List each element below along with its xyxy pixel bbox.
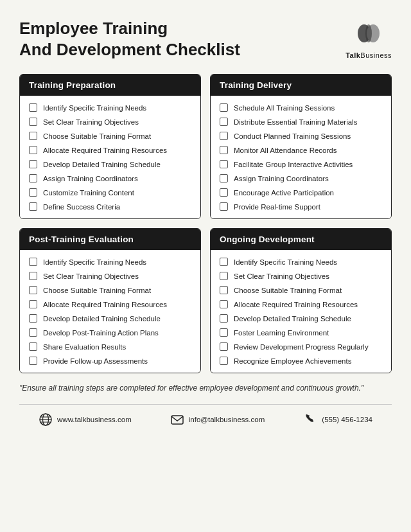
checkbox[interactable]	[220, 272, 228, 280]
checkbox[interactable]	[29, 188, 37, 197]
checkbox[interactable]	[220, 342, 228, 351]
list-item: Allocate Required Training Resources	[29, 146, 191, 154]
checklist-label: Recognize Employee Achievements	[234, 357, 351, 365]
checkbox[interactable]	[220, 118, 228, 126]
section-header-ongoing-development: Ongoing Development	[211, 229, 391, 250]
svg-rect-8	[171, 416, 183, 424]
list-item: Develop Detailed Training Schedule	[220, 314, 382, 323]
footer-email: info@talkbusiness.com	[170, 412, 265, 427]
checklist-label: Allocate Required Training Resources	[234, 301, 358, 308]
list-item: Schedule All Training Sessions	[220, 103, 382, 112]
section-post-training-evaluation: Post-Training EvaluationIdentify Specifi…	[19, 228, 201, 373]
section-ongoing-development: Ongoing DevelopmentIdentify Specific Tra…	[210, 228, 392, 373]
section-header-post-training-evaluation: Post-Training Evaluation	[20, 229, 200, 250]
list-item: Define Success Criteria	[29, 202, 191, 211]
page-header: Employee Training And Development Checkl…	[19, 18, 392, 60]
checklist-label: Develop Detailed Training Schedule	[43, 315, 161, 323]
checklist-label: Facilitate Group Interactive Activities	[234, 161, 353, 168]
list-item: Foster Learning Environment	[220, 328, 382, 337]
list-item: Allocate Required Training Resources	[220, 300, 382, 308]
checklist-grid: Training PreparationIdentify Specific Tr…	[19, 74, 392, 373]
checkbox[interactable]	[220, 328, 228, 337]
checklist-label: Share Evaluation Results	[43, 343, 126, 351]
list-item: Develop Post-Training Action Plans	[29, 328, 191, 337]
checklist-label: Provide Real-time Support	[234, 203, 320, 211]
checklist-label: Allocate Required Training Resources	[43, 301, 167, 308]
checklist-label: Monitor All Attendance Records	[234, 146, 337, 154]
list-item: Customize Training Content	[29, 188, 191, 197]
checkbox[interactable]	[220, 132, 228, 140]
list-item: Review Development Progress Regularly	[220, 342, 382, 351]
checklist-label: Distribute Essential Training Materials	[234, 118, 357, 126]
checkbox[interactable]	[29, 328, 37, 337]
checklist-label: Set Clear Training Objectives	[234, 272, 329, 280]
checklist-label: Choose Suitable Training Format	[234, 287, 342, 294]
list-item: Conduct Planned Training Sessions	[220, 132, 382, 140]
footer-phone: (555) 456-1234	[303, 412, 372, 427]
checkbox[interactable]	[29, 300, 37, 308]
checklist-label: Identify Specific Training Needs	[43, 258, 146, 266]
checkbox[interactable]	[29, 174, 37, 182]
checkbox[interactable]	[220, 300, 228, 308]
list-item: Identify Specific Training Needs	[29, 258, 191, 266]
email-icon	[170, 412, 184, 427]
checkbox[interactable]	[29, 118, 37, 126]
section-body-training-delivery: Schedule All Training SessionsDistribute…	[211, 96, 391, 218]
section-body-post-training-evaluation: Identify Specific Training NeedsSet Clea…	[20, 250, 200, 373]
section-training-preparation: Training PreparationIdentify Specific Tr…	[19, 74, 201, 219]
checklist-label: Assign Training Coordinators	[43, 175, 138, 182]
logo: TalkBusiness	[345, 18, 392, 59]
checkbox[interactable]	[220, 188, 228, 197]
list-item: Identify Specific Training Needs	[220, 258, 382, 266]
globe-icon	[39, 412, 53, 427]
checklist-label: Develop Detailed Training Schedule	[234, 315, 351, 323]
list-item: Provide Follow-up Assessments	[29, 357, 191, 365]
checkbox[interactable]	[29, 342, 37, 351]
checkbox[interactable]	[29, 314, 37, 323]
checkbox[interactable]	[29, 258, 37, 266]
list-item: Recognize Employee Achievements	[220, 357, 382, 365]
checkbox[interactable]	[220, 103, 228, 112]
section-training-delivery: Training DeliverySchedule All Training S…	[210, 74, 392, 219]
checkbox[interactable]	[29, 202, 37, 211]
checkbox[interactable]	[220, 202, 228, 211]
list-item: Choose Suitable Training Format	[29, 132, 191, 140]
checklist-label: Set Clear Training Objectives	[43, 118, 139, 126]
checkbox[interactable]	[220, 258, 228, 266]
checkbox[interactable]	[220, 146, 228, 154]
checkbox[interactable]	[29, 146, 37, 154]
list-item: Facilitate Group Interactive Activities	[220, 160, 382, 168]
svg-point-2	[365, 24, 372, 42]
page-title: Employee Training And Development Checkl…	[19, 18, 240, 60]
section-body-ongoing-development: Identify Specific Training NeedsSet Clea…	[211, 250, 391, 373]
checkbox[interactable]	[220, 286, 228, 294]
section-header-training-delivery: Training Delivery	[211, 75, 391, 96]
checklist-label: Set Clear Training Objectives	[43, 272, 139, 280]
checkbox[interactable]	[29, 103, 37, 112]
list-item: Provide Real-time Support	[220, 202, 382, 211]
list-item: Assign Training Coordinators	[29, 174, 191, 182]
checkbox[interactable]	[220, 160, 228, 168]
checkbox[interactable]	[29, 160, 37, 168]
list-item: Develop Detailed Training Schedule	[29, 314, 191, 323]
checklist-label: Choose Suitable Training Format	[43, 287, 151, 294]
checkbox[interactable]	[29, 286, 37, 294]
list-item: Identify Specific Training Needs	[29, 103, 191, 112]
footer-website: www.talkbusiness.com	[39, 412, 132, 427]
checkbox[interactable]	[220, 174, 228, 182]
checklist-label: Provide Follow-up Assessments	[43, 357, 148, 365]
list-item: Choose Suitable Training Format	[220, 286, 382, 294]
list-item: Assign Training Coordinators	[220, 174, 382, 182]
checkbox[interactable]	[220, 314, 228, 323]
checkbox[interactable]	[29, 132, 37, 140]
list-item: Distribute Essential Training Materials	[220, 118, 382, 126]
list-item: Share Evaluation Results	[29, 342, 191, 351]
checkbox[interactable]	[220, 357, 228, 365]
checklist-label: Foster Learning Environment	[234, 329, 329, 337]
checklist-label: Conduct Planned Training Sessions	[234, 132, 351, 140]
checklist-label: Identify Specific Training Needs	[43, 104, 146, 112]
checklist-label: Identify Specific Training Needs	[234, 258, 337, 266]
checkbox[interactable]	[29, 272, 37, 280]
list-item: Choose Suitable Training Format	[29, 286, 191, 294]
checkbox[interactable]	[29, 357, 37, 365]
